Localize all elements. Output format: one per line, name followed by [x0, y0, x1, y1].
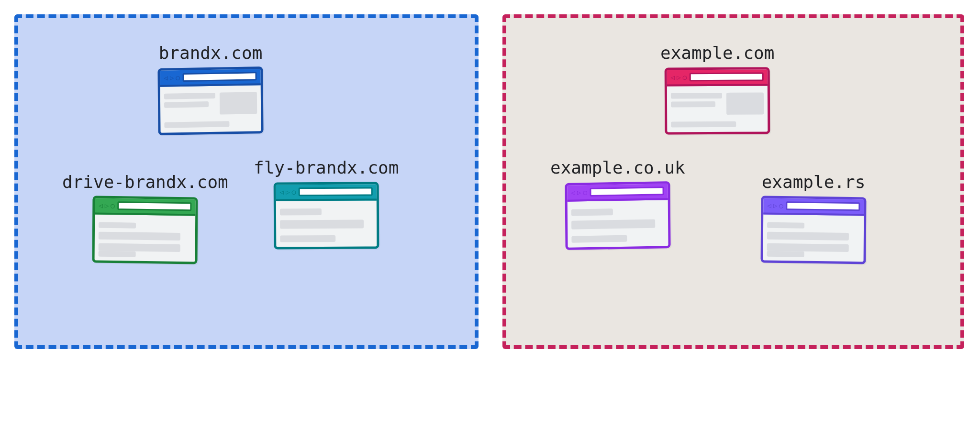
nav-reload-icon: ◯ — [291, 188, 296, 195]
site-brandx: brandx.com ◁ ▷ ◯ — [158, 43, 263, 134]
browser-window-icon: ◁ ▷ ◯ — [565, 181, 670, 250]
browser-body — [99, 219, 192, 258]
address-bar — [299, 187, 373, 196]
site-label: example.rs — [762, 172, 866, 192]
nav-back-icon: ◁ — [571, 189, 575, 196]
browser-toolbar: ◁ ▷ ◯ — [763, 198, 864, 216]
nav-fwd-icon: ▷ — [170, 74, 174, 81]
browser-window-icon: ◁ ▷ ◯ — [273, 182, 379, 249]
browser-toolbar: ◁ ▷ ◯ — [667, 69, 768, 86]
nav-reload-icon: ◯ — [583, 189, 587, 196]
browser-nav-controls: ◁ ▷ ◯ — [671, 74, 687, 80]
diagram-canvas: brandx.com ◁ ▷ ◯ drive-brandx.com ◁ ▷ — [0, 0, 980, 426]
nav-back-icon: ◁ — [279, 188, 284, 195]
browser-body — [280, 205, 373, 243]
browser-nav-controls: ◁ ▷ ◯ — [99, 202, 115, 209]
site-label: example.co.uk — [550, 158, 685, 177]
nav-reload-icon: ◯ — [683, 74, 687, 80]
browser-nav-controls: ◁ ▷ ◯ — [767, 202, 783, 209]
browser-nav-controls: ◁ ▷ ◯ — [571, 189, 587, 196]
nav-reload-icon: ◯ — [111, 202, 115, 209]
nav-fwd-icon: ▷ — [105, 202, 109, 209]
site-drive-brandx: drive-brandx.com ◁ ▷ ◯ — [62, 172, 228, 263]
nav-fwd-icon: ▷ — [577, 189, 581, 196]
site-example: example.com ◁ ▷ ◯ — [660, 43, 774, 134]
browser-body — [164, 90, 257, 129]
site-example-rs: example.rs ◁ ▷ ◯ — [761, 172, 866, 263]
browser-nav-controls: ◁ ▷ ◯ — [164, 74, 180, 81]
address-bar — [786, 201, 860, 211]
nav-back-icon: ◁ — [671, 74, 675, 80]
site-fly-brandx: fly-brandx.com ◁ ▷ ◯ — [254, 158, 399, 249]
site-label: example.com — [660, 43, 774, 63]
browser-body — [571, 205, 665, 243]
site-label: fly-brandx.com — [254, 158, 399, 177]
browser-nav-controls: ◁ ▷ ◯ — [279, 188, 295, 195]
nav-back-icon: ◁ — [164, 75, 168, 81]
browser-window-icon: ◁ ▷ ◯ — [665, 67, 770, 134]
browser-window-icon: ◁ ▷ ◯ — [157, 66, 263, 135]
address-bar — [590, 186, 664, 197]
browser-window-icon: ◁ ▷ ◯ — [761, 196, 867, 264]
browser-toolbar: ◁ ▷ ◯ — [567, 184, 668, 202]
nav-reload-icon: ◯ — [176, 74, 180, 81]
nav-back-icon: ◁ — [99, 202, 103, 209]
address-bar — [690, 72, 764, 81]
browser-toolbar: ◁ ▷ ◯ — [160, 69, 260, 87]
nav-fwd-icon: ▷ — [773, 202, 778, 209]
site-label: drive-brandx.com — [62, 172, 228, 192]
nav-fwd-icon: ▷ — [286, 188, 290, 195]
address-bar — [118, 201, 192, 211]
browser-toolbar: ◁ ▷ ◯ — [95, 198, 196, 216]
site-example-co-uk: example.co.uk ◁ ▷ ◯ — [550, 158, 685, 249]
address-bar — [183, 72, 257, 82]
browser-body — [671, 90, 764, 128]
browser-body — [767, 219, 860, 258]
nav-fwd-icon: ▷ — [677, 74, 681, 80]
nav-back-icon: ◁ — [767, 202, 771, 209]
site-label: brandx.com — [159, 43, 263, 63]
browser-toolbar: ◁ ▷ ◯ — [276, 184, 376, 201]
nav-reload-icon: ◯ — [779, 202, 783, 209]
browser-window-icon: ◁ ▷ ◯ — [92, 196, 198, 264]
